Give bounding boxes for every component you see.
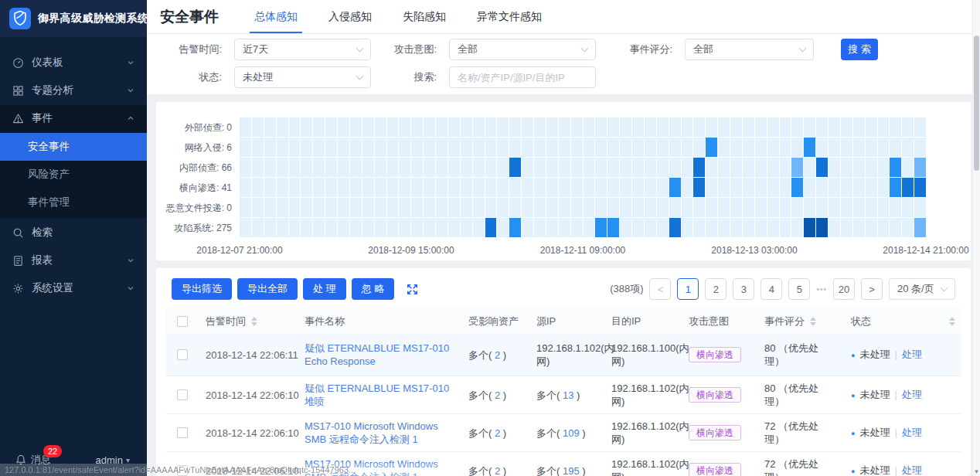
column-header[interactable]: 状态 [845, 314, 961, 328]
process-action-link[interactable]: 处理 [902, 464, 922, 476]
status-select[interactable]: 未处理 [234, 66, 371, 88]
count-link[interactable]: 13 [563, 389, 573, 401]
page-button-2[interactable]: 2 [705, 278, 726, 300]
export-all-button[interactable]: 导出全部 [237, 278, 298, 300]
row-checkbox[interactable] [177, 427, 188, 438]
perception-tabs: 总体感知入侵感知失陷感知异常文件感知 [253, 0, 543, 33]
alert-time-select[interactable]: 近7天 [234, 39, 371, 60]
process-button[interactable]: 处 理 [303, 278, 346, 300]
search-button[interactable]: 搜 索 [841, 39, 878, 60]
heatmap-cell [399, 198, 410, 217]
tab-总体感知[interactable]: 总体感知 [253, 0, 299, 33]
status-text: 未处理 [859, 464, 890, 476]
table-row: 2018-12-14 22:06:10疑似 ETERNALBLUE MS17-0… [165, 376, 961, 414]
scrollbar-down-arrow[interactable]: ▼ [973, 468, 980, 475]
heatmap-cell [424, 198, 435, 217]
column-header[interactable]: 事件评分 [758, 314, 845, 328]
event-name-link[interactable]: MS17-010 Microsoft Windows SMB 远程命令注入检测 … [305, 420, 438, 445]
tab-异常文件感知[interactable]: 异常文件感知 [475, 0, 543, 33]
process-action-link[interactable]: 处理 [902, 389, 922, 400]
page-ellipsis[interactable]: ••• [816, 285, 827, 294]
tab-失陷感知[interactable]: 失陷感知 [401, 0, 447, 33]
sort-icon[interactable] [810, 317, 816, 326]
column-header: 目的IP [605, 314, 682, 328]
heatmap-cell [584, 158, 595, 177]
select-all-checkbox[interactable] [177, 316, 188, 327]
heatmap-cell [829, 158, 840, 177]
count-link[interactable]: 109 [563, 427, 580, 439]
page-size-select[interactable]: 20 条/页 [889, 278, 955, 300]
page-button-3[interactable]: 3 [733, 278, 754, 300]
page-button-5[interactable]: 5 [788, 278, 810, 300]
sidebar-item-dashboard-icon[interactable]: 仪表板 [0, 49, 147, 76]
heatmap-row-label: 外部侦查: 0 [156, 117, 232, 138]
event-score-select[interactable]: 全部 [685, 39, 814, 60]
fullscreen-expand-icon[interactable] [406, 283, 419, 296]
heatmap-cell [584, 218, 595, 237]
page-button-4[interactable]: 4 [761, 278, 782, 300]
sidebar-item-report-icon[interactable]: 报表 [0, 247, 147, 274]
sort-icon[interactable] [949, 317, 955, 326]
sidebar-subitem[interactable]: 事件管理 [0, 189, 147, 216]
prev-page-button[interactable]: < [649, 278, 671, 300]
count-link[interactable]: 195 [563, 465, 580, 476]
vertical-scrollbar[interactable]: ▼ [972, 0, 980, 476]
row-checkbox[interactable] [177, 389, 188, 400]
search-input[interactable] [449, 66, 596, 88]
event-name-link[interactable]: 疑似 ETERNALBLUE MS17-010 堆喷 [305, 382, 449, 407]
sidebar-subitem[interactable]: 安全事件 [0, 133, 147, 161]
sidebar-subitem[interactable]: 风险资产 [0, 161, 147, 189]
count-link[interactable]: 2 [495, 349, 500, 361]
heatmap-cell [902, 117, 914, 137]
attack-intent-value: 全部 [458, 42, 478, 56]
event-name-link[interactable]: 疑似 ETERNALBLUE MS17-010 Echo Response [305, 342, 449, 367]
heatmap-cell [584, 117, 595, 137]
heatmap-cell [595, 158, 607, 177]
export-filtered-button[interactable]: 导出筛选 [172, 278, 232, 300]
event-score-cell: 72 （优先处理） [758, 414, 845, 451]
heatmap-cell [767, 138, 779, 157]
page-title: 安全事件 [160, 7, 219, 27]
heatmap-cell [584, 198, 595, 217]
process-action-link[interactable]: 处理 [902, 427, 922, 438]
heatmap-cell [866, 178, 877, 197]
event-score-cell: 80 （优先处理） [758, 336, 845, 373]
count-link[interactable]: 2 [495, 465, 500, 476]
sidebar-item-gear-icon[interactable]: 系统设置 [0, 275, 147, 301]
sort-icon[interactable] [251, 317, 257, 326]
heatmap-cell [902, 218, 914, 237]
heatmap-cell [240, 138, 251, 157]
scrollbar-thumb[interactable] [974, 36, 979, 171]
heatmap-cell [338, 178, 349, 197]
count-link[interactable]: 2 [495, 427, 500, 439]
heatmap-cell [399, 117, 410, 137]
heatmap-cell [657, 218, 669, 237]
heatmap-cell [277, 218, 288, 237]
row-checkbox[interactable] [177, 349, 188, 360]
sidebar-item-search-icon[interactable]: 检索 [0, 219, 147, 246]
attack-intent-select[interactable]: 全部 [449, 39, 596, 60]
heatmap-cell [485, 158, 497, 177]
heatmap-cell [301, 138, 312, 157]
status-dot: ● [851, 430, 855, 437]
page-button-1[interactable]: 1 [677, 278, 699, 300]
process-action-link[interactable]: 处理 [902, 348, 922, 360]
heatmap-cell [534, 138, 546, 157]
table-body: 2018-12-14 22:06:11疑似 ETERNALBLUE MS17-0… [156, 334, 971, 476]
heatmap-cell [841, 178, 852, 197]
sidebar-item-alert-triangle-icon[interactable]: 事件 [0, 105, 147, 131]
heatmap-cell [289, 117, 301, 137]
column-header[interactable]: 告警时间 [199, 314, 298, 328]
heatmap-cell [362, 117, 374, 137]
next-page-button[interactable]: > [861, 278, 883, 300]
page-button-20[interactable]: 20 [833, 278, 855, 300]
sidebar-item-grid-icon[interactable]: 专题分析 [0, 77, 147, 104]
ignore-button[interactable]: 忽 略 [352, 278, 395, 300]
alert-time-label: 告警时间: [147, 42, 228, 56]
heatmap-cell [595, 117, 607, 137]
tab-入侵感知[interactable]: 入侵感知 [327, 0, 373, 33]
chevron-down-icon: ▾ [126, 456, 130, 464]
count-link[interactable]: 2 [495, 389, 500, 401]
heatmap-cell [375, 117, 386, 137]
sidebar-nav: 仪表板专题分析事件安全事件风险资产事件管理检索报表系统设置 [0, 37, 147, 444]
